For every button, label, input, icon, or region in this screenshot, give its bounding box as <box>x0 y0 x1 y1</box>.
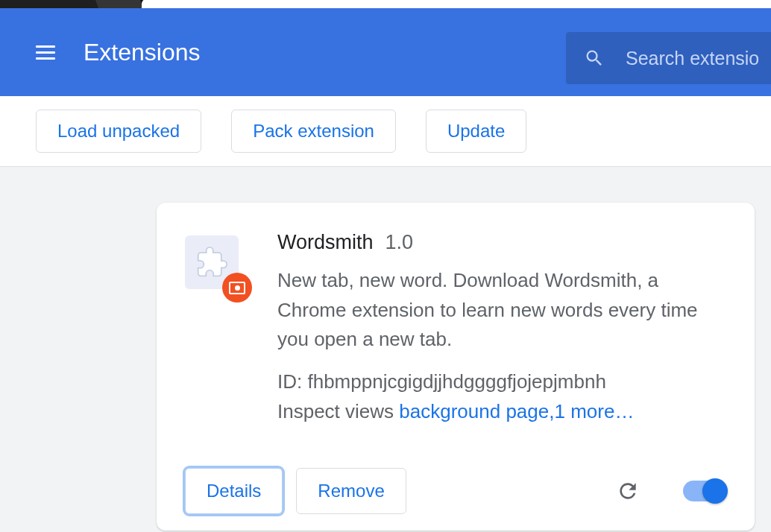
hamburger-menu-icon[interactable] <box>36 42 57 63</box>
extensions-list: Wordsmith 1.0 New tab, new word. Downloa… <box>0 167 771 532</box>
load-unpacked-button[interactable]: Load unpacked <box>36 110 201 153</box>
reload-icon[interactable] <box>616 479 640 503</box>
page-header: Extensions <box>0 8 771 96</box>
browser-chrome-top <box>0 0 771 8</box>
remove-button[interactable]: Remove <box>296 468 406 514</box>
inspect-views-label: Inspect views <box>277 400 399 422</box>
extension-id-value: fhbmppnjcgigdjjhdggggfjojepjmbnh <box>307 370 605 393</box>
developer-toolbar: Load unpacked Pack extension Update <box>0 96 771 167</box>
enable-toggle[interactable] <box>683 481 726 501</box>
pack-extension-button[interactable]: Pack extension <box>231 110 396 153</box>
browser-tab-fragment <box>95 0 143 8</box>
dev-mode-badge-icon <box>222 273 252 303</box>
search-input[interactable] <box>626 48 771 69</box>
extension-name: Wordsmith <box>277 231 374 254</box>
update-button[interactable]: Update <box>426 110 526 153</box>
extension-id-row: ID: fhbmppnjcgigdjjhdggggfjojepjmbnh <box>277 367 726 396</box>
extension-icon-container <box>185 235 239 289</box>
details-button[interactable]: Details <box>185 468 283 514</box>
page-title: Extensions <box>84 39 201 66</box>
toggle-knob <box>702 478 728 504</box>
inspect-views-row: Inspect views background page,1 more… <box>277 396 726 426</box>
inspect-views-link[interactable]: background page,1 more… <box>399 400 634 422</box>
extension-id-label: ID: <box>277 370 307 393</box>
search-icon <box>584 48 605 69</box>
search-box[interactable] <box>566 32 771 84</box>
extension-description: New tab, new word. Download Wordsmith, a… <box>277 266 726 355</box>
extension-version: 1.0 <box>386 231 414 254</box>
extension-card: Wordsmith 1.0 New tab, new word. Downloa… <box>157 203 755 531</box>
